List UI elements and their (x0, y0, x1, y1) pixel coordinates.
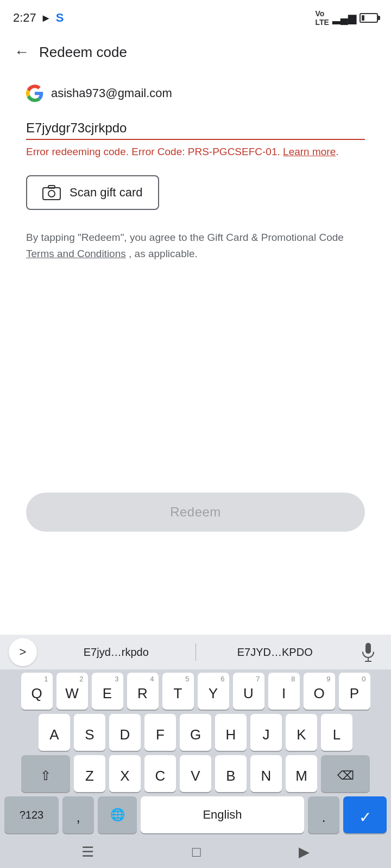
mic-button[interactable] (354, 638, 382, 666)
status-bar: 2:27 ► S VoLTE ▂▄▆ (0, 0, 391, 33)
key-z[interactable]: Z (74, 755, 105, 792)
suggestions-options: E7jyd…rkpdo E7JYD…KPDO (37, 635, 354, 669)
key-c[interactable]: C (144, 755, 176, 792)
app-icon-s: S (56, 11, 64, 25)
svg-rect-3 (365, 643, 371, 654)
suggestions-expand-button[interactable]: > (9, 638, 37, 666)
nav-menu-icon[interactable]: ☰ (81, 844, 94, 860)
suggestions-row: > E7jyd…rkpdo E7JYD…KPDO (0, 635, 391, 669)
key-h[interactable]: H (215, 714, 247, 751)
learn-more-link[interactable]: Learn more (283, 146, 336, 157)
key-i[interactable]: 8 I (268, 673, 300, 710)
key-l[interactable]: L (321, 714, 352, 751)
app-bar: ← Redeem code (0, 33, 391, 72)
space-key[interactable]: English (141, 796, 304, 833)
key-q[interactable]: 1 Q (21, 673, 53, 710)
location-icon: ► (41, 12, 52, 24)
keyboard-area: > E7jyd…rkpdo E7JYD…KPDO 1 Q (0, 635, 391, 868)
key-a[interactable]: A (39, 714, 70, 751)
terms-suffix: , as applicable. (129, 248, 198, 259)
key-x[interactable]: X (109, 755, 141, 792)
keyboard-rows: 1 Q 2 W 3 E 4 R 5 T 6 Y (0, 669, 391, 835)
terms-text: By tapping "Redeem", you agree to the Gi… (26, 229, 365, 263)
signal-icon: ▂▄▆ (332, 11, 356, 24)
key-k[interactable]: K (286, 714, 317, 751)
mic-icon (361, 642, 376, 662)
error-text: Error redeeming code. Error Code: PRS-PG… (26, 146, 280, 157)
key-f[interactable]: F (144, 714, 176, 751)
nav-back-icon[interactable]: ▶ (299, 844, 310, 860)
key-row-1: 1 Q 2 W 3 E 4 R 5 T 6 Y (4, 673, 387, 710)
key-m[interactable]: M (286, 755, 317, 792)
redeem-section: Redeem (0, 493, 391, 532)
key-row-3: ⇧ Z X C V B N M ⌫ (4, 755, 387, 792)
key-e[interactable]: 3 E (92, 673, 123, 710)
terms-prefix: By tapping "Redeem", you agree to the Gi… (26, 232, 344, 243)
key-r[interactable]: 4 R (127, 673, 159, 710)
key-v[interactable]: V (180, 755, 211, 792)
key-j[interactable]: J (250, 714, 282, 751)
suggestion-2[interactable]: E7JYD…KPDO (196, 635, 355, 669)
key-t[interactable]: 5 T (162, 673, 194, 710)
suggestion-1[interactable]: E7jyd…rkpdo (37, 635, 195, 669)
backspace-key[interactable]: ⌫ (321, 755, 370, 792)
vo-lte-icon: VoLTE (315, 9, 329, 27)
back-arrow-icon: ← (14, 43, 29, 61)
key-g[interactable]: G (180, 714, 211, 751)
key-o[interactable]: 9 O (304, 673, 335, 710)
check-icon: ✓ (359, 808, 371, 826)
period-key[interactable]: . (308, 796, 339, 833)
key-w[interactable]: 2 W (56, 673, 88, 710)
google-logo-icon (26, 85, 43, 102)
shift-key[interactable]: ⇧ (21, 755, 70, 792)
nav-home-icon[interactable]: □ (192, 844, 201, 860)
terms-link[interactable]: Terms and Conditions (26, 248, 126, 259)
expand-icon: > (20, 645, 27, 659)
globe-key[interactable]: 🌐 (98, 796, 137, 833)
key-row-2: A S D F G H J K L (4, 714, 387, 751)
code-input-wrapper (26, 117, 365, 140)
main-content: asisha973@gmail.com Error redeeming code… (0, 72, 391, 262)
key-y[interactable]: 6 Y (198, 673, 229, 710)
key-u[interactable]: 7 U (233, 673, 264, 710)
redeem-button[interactable]: Redeem (26, 493, 365, 532)
code-input[interactable] (26, 117, 365, 140)
enter-key[interactable]: ✓ (343, 796, 387, 833)
key-n[interactable]: N (250, 755, 282, 792)
error-message: Error redeeming code. Error Code: PRS-PG… (26, 144, 365, 160)
back-button[interactable]: ← (9, 39, 35, 65)
comma-key[interactable]: , (62, 796, 94, 833)
account-email: asisha973@gmail.com (51, 86, 172, 100)
status-left: 2:27 ► S (13, 11, 64, 25)
svg-point-1 (48, 190, 55, 197)
status-right: VoLTE ▂▄▆ (315, 9, 378, 27)
svg-rect-2 (48, 186, 55, 188)
key-row-4: ?123 , 🌐 English . ✓ (4, 796, 387, 833)
scan-gift-card-button[interactable]: Scan gift card (26, 175, 159, 210)
key-b[interactable]: B (215, 755, 247, 792)
key-d[interactable]: D (109, 714, 141, 751)
numeric-key[interactable]: ?123 (4, 796, 59, 833)
scan-gift-card-label: Scan gift card (70, 186, 143, 200)
svg-rect-0 (43, 188, 60, 200)
battery-icon (360, 13, 378, 23)
nav-bar: ☰ □ ▶ (0, 835, 391, 868)
key-s[interactable]: S (74, 714, 105, 751)
page-title: Redeem code (39, 44, 127, 61)
camera-icon (42, 185, 61, 200)
key-p[interactable]: 0 P (339, 673, 370, 710)
account-row: asisha973@gmail.com (26, 85, 365, 102)
time-display: 2:27 (13, 11, 36, 25)
